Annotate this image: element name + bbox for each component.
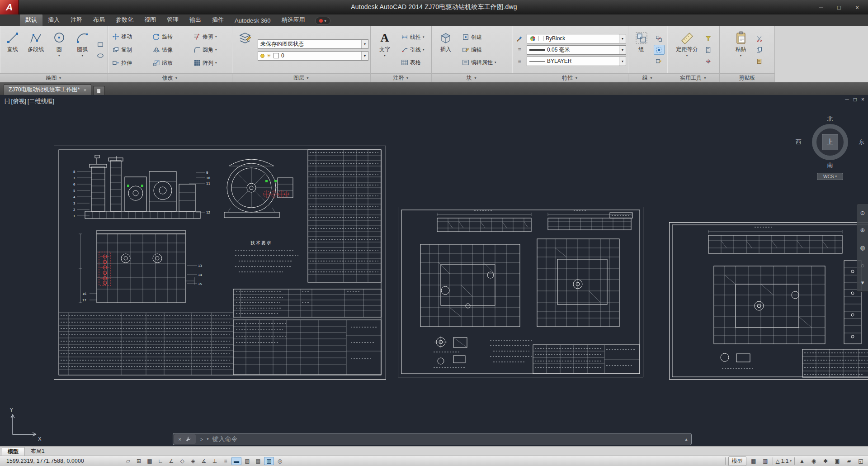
ellipse-button[interactable] bbox=[95, 51, 106, 61]
trim-button[interactable]: 修剪▾ bbox=[191, 31, 230, 43]
transparency-list-button[interactable]: ≡ bbox=[514, 56, 525, 66]
quick-view-drawings-button[interactable]: ▥ bbox=[761, 457, 770, 465]
doc-minimize-icon[interactable]: ─ bbox=[845, 96, 849, 103]
tab-autodesk360[interactable]: Autodesk 360 bbox=[229, 15, 276, 26]
coordinates-readout[interactable]: 1599.2319, 1771.7588, 0.0000 bbox=[3, 458, 93, 464]
ortho-mode-toggle[interactable]: ∟ bbox=[156, 457, 165, 465]
tab-plugins[interactable]: 插件 bbox=[207, 14, 229, 26]
model-space-button[interactable]: 模型 bbox=[728, 456, 746, 466]
viewcube-ring[interactable]: 上 bbox=[812, 124, 848, 160]
leader-button[interactable]: 引线▾ bbox=[399, 44, 429, 56]
ungroup-button[interactable] bbox=[654, 33, 665, 43]
tab-output[interactable]: 输出 bbox=[184, 14, 207, 26]
group-selection-toggle[interactable] bbox=[654, 45, 665, 55]
scale-button[interactable]: 缩放 bbox=[151, 57, 189, 69]
tab-featured-apps[interactable]: 精选应用 bbox=[276, 14, 311, 26]
viewport-visual-style-button[interactable]: [二维线框] bbox=[28, 97, 54, 105]
panel-label-clipboard[interactable]: 剪贴板 bbox=[720, 73, 774, 82]
tab-insert[interactable]: 插入 bbox=[42, 14, 65, 26]
object-color-dropdown[interactable]: ByBlock ▾ bbox=[527, 34, 626, 43]
edit-block-button[interactable]: 编辑 bbox=[460, 44, 510, 56]
command-close-icon[interactable]: × bbox=[179, 437, 181, 442]
viewcube-east-label[interactable]: 东 bbox=[859, 138, 864, 146]
tab-view[interactable]: 视图 bbox=[139, 14, 161, 26]
pan-icon[interactable]: ⊕ bbox=[860, 227, 865, 233]
navbar-more-icon[interactable]: ▾ bbox=[861, 279, 864, 286]
3d-object-snap-toggle[interactable]: ◈ bbox=[188, 457, 198, 465]
clean-screen-button[interactable]: ◱ bbox=[856, 457, 865, 465]
maximize-button[interactable]: □ bbox=[831, 2, 847, 12]
dynamic-ucs-toggle[interactable]: ⊥ bbox=[210, 457, 220, 465]
tab-layout1[interactable]: 布局1 bbox=[25, 447, 50, 456]
grid-display-toggle[interactable]: ▦ bbox=[145, 457, 155, 465]
object-color-list-button[interactable]: ≡ bbox=[514, 45, 525, 55]
annotation-scale-button[interactable]: △ 1:1 ▾ bbox=[776, 458, 792, 464]
measure-button[interactable]: 定距等分 ▾ bbox=[673, 27, 701, 72]
viewcube-top-face[interactable]: 上 bbox=[822, 134, 838, 150]
toolbar-lock-button[interactable]: ▣ bbox=[833, 457, 842, 465]
cut-button[interactable] bbox=[754, 33, 765, 43]
copy-button[interactable]: 复制 bbox=[110, 44, 149, 56]
panel-label-annotation[interactable]: 注释▼ bbox=[371, 73, 431, 82]
auto-annotation-scale-button[interactable]: ◉ bbox=[809, 457, 818, 465]
app-menu-button[interactable]: A bbox=[0, 0, 19, 14]
quick-properties-toggle[interactable]: ▤ bbox=[253, 457, 263, 465]
drawing-canvas[interactable]: [-] [俯视] [二维线框] ─ □ × bbox=[0, 95, 868, 446]
paste-button[interactable]: 粘贴 ▾ bbox=[730, 27, 752, 72]
close-button[interactable]: × bbox=[849, 2, 865, 12]
rotate-button[interactable]: 旋转 bbox=[151, 31, 189, 43]
text-button[interactable]: A 文字 ▾ bbox=[373, 27, 397, 72]
drawing-sheet-3[interactable] bbox=[669, 222, 868, 380]
transparency-toggle[interactable]: ▨ bbox=[242, 457, 252, 465]
line-button[interactable]: 直线 bbox=[2, 27, 24, 72]
point-style-button[interactable] bbox=[703, 56, 714, 66]
viewcube-west-label[interactable]: 西 bbox=[796, 138, 802, 146]
wcs-menu[interactable]: WCS ▾ bbox=[817, 173, 843, 180]
lineweight-dropdown[interactable]: 0.05 毫米 ▾ bbox=[527, 45, 626, 55]
command-line[interactable]: × > ▾ 键入命令 ▴ bbox=[173, 433, 692, 445]
polyline-button[interactable]: 多段线 bbox=[25, 27, 47, 72]
viewcube-south-label[interactable]: 南 bbox=[807, 161, 853, 169]
recorder-button[interactable]: ▾ bbox=[315, 17, 330, 25]
performance-button[interactable]: ▰ bbox=[844, 457, 854, 465]
panel-label-groups[interactable]: 组▼ bbox=[628, 73, 667, 82]
dynamic-input-toggle[interactable]: ≡ bbox=[221, 457, 231, 465]
workspace-switching-button[interactable]: ✱ bbox=[821, 457, 830, 465]
zoom-icon[interactable]: ◍ bbox=[860, 244, 865, 251]
tab-layout[interactable]: 布局 bbox=[88, 14, 110, 26]
arc-button[interactable]: 圆弧 ▾ bbox=[72, 27, 94, 72]
linear-dimension-button[interactable]: 线性▾ bbox=[399, 32, 429, 43]
quick-calculator-button[interactable] bbox=[703, 45, 714, 55]
layer-dropdown[interactable]: ☀ 0 ▾ bbox=[258, 51, 368, 61]
table-button[interactable]: 表格 bbox=[399, 57, 429, 68]
panel-label-draw[interactable]: 绘图▼ bbox=[0, 73, 108, 82]
doc-close-icon[interactable]: × bbox=[861, 96, 864, 103]
insert-block-button[interactable]: 插入 bbox=[434, 27, 458, 72]
navigation-wheel-icon[interactable]: ⊙ bbox=[860, 209, 865, 216]
customize-wrench-icon[interactable] bbox=[185, 436, 191, 442]
file-tab-close-icon[interactable]: × bbox=[84, 87, 86, 93]
viewcube-north-label[interactable]: 北 bbox=[807, 115, 853, 123]
tab-parametric[interactable]: 参数化 bbox=[110, 14, 139, 26]
panel-label-utilities[interactable]: 实用工具▼ bbox=[667, 73, 719, 82]
mirror-button[interactable]: 镜像 bbox=[151, 44, 189, 56]
tab-model[interactable]: 模型 bbox=[2, 447, 24, 456]
selection-cycling-toggle[interactable]: ▥ bbox=[264, 457, 274, 465]
tab-annotate[interactable]: 注释 bbox=[65, 14, 88, 26]
annotation-visibility-button[interactable]: ▲ bbox=[797, 457, 807, 465]
command-input[interactable]: > ▾ 键入命令 bbox=[196, 435, 682, 443]
lineweight-toggle[interactable]: ▬ bbox=[231, 457, 241, 465]
panel-label-layers[interactable]: 图层▼ bbox=[232, 73, 370, 82]
panel-label-modify[interactable]: 修改▼ bbox=[108, 73, 232, 82]
orbit-icon[interactable]: ◌ bbox=[861, 262, 864, 269]
move-button[interactable]: 移动 bbox=[110, 31, 149, 43]
create-block-button[interactable]: 创建 bbox=[460, 32, 510, 43]
fillet-button[interactable]: 圆角▾ bbox=[191, 44, 230, 56]
minimize-button[interactable]: ─ bbox=[813, 2, 829, 12]
drawing-sheet-2[interactable] bbox=[397, 206, 644, 378]
file-tab-active[interactable]: ZJ70电驱动钻机绞车工作图* × bbox=[4, 84, 91, 95]
stretch-button[interactable]: 拉伸 bbox=[110, 57, 149, 69]
annotation-monitor-toggle[interactable]: ◎ bbox=[275, 457, 285, 465]
doc-restore-icon[interactable]: □ bbox=[854, 96, 857, 103]
edit-attributes-button[interactable]: 编辑属性▾ bbox=[460, 57, 510, 68]
